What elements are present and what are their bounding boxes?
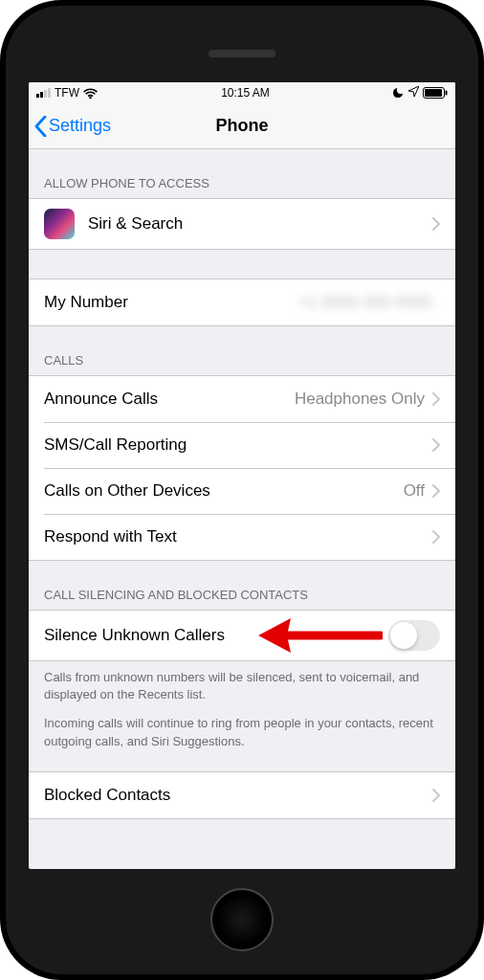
silence-unknown-toggle[interactable] xyxy=(388,620,440,651)
sms-reporting-label: SMS/Call Reporting xyxy=(44,435,432,455)
content: ALLOW PHONE TO ACCESS Siri & Search My N… xyxy=(29,149,455,819)
svg-rect-1 xyxy=(425,89,442,97)
cell-my-number[interactable]: My Number +1 (555) 555-5555 xyxy=(29,279,455,325)
status-time: 10:15 AM xyxy=(221,86,270,100)
chevron-left-icon xyxy=(34,116,47,137)
home-button[interactable] xyxy=(210,888,274,951)
cell-siri-search[interactable]: Siri & Search xyxy=(29,199,455,249)
section-header-silencing: CALL SILENCING AND BLOCKED CONTACTS xyxy=(29,561,455,610)
other-devices-value: Off xyxy=(404,481,425,501)
cell-respond-with-text[interactable]: Respond with Text xyxy=(29,514,455,560)
svg-rect-2 xyxy=(445,91,447,96)
nav-bar: Settings Phone xyxy=(29,103,455,149)
chevron-right-icon xyxy=(432,392,440,406)
group-mynumber: My Number +1 (555) 555-5555 xyxy=(29,278,455,326)
screen: TFW 10:15 AM xyxy=(29,82,455,869)
chevron-right-icon xyxy=(432,484,440,498)
carrier-label: TFW xyxy=(55,86,79,100)
signal-strength-icon xyxy=(36,88,51,98)
back-button[interactable]: Settings xyxy=(34,116,111,137)
cell-sms-call-reporting[interactable]: SMS/Call Reporting xyxy=(29,422,455,468)
silence-unknown-label: Silence Unknown Callers xyxy=(44,626,388,645)
do-not-disturb-icon xyxy=(393,86,405,100)
siri-label: Siri & Search xyxy=(88,214,432,234)
wifi-icon xyxy=(83,88,98,99)
respond-text-label: Respond with Text xyxy=(44,527,432,546)
group-access: Siri & Search xyxy=(29,198,455,250)
group-blocked: Blocked Contacts xyxy=(29,771,455,819)
chevron-right-icon xyxy=(432,789,440,802)
group-silencing: Silence Unknown Callers xyxy=(29,610,455,661)
silencing-footer-1: Calls from unknown numbers will be silen… xyxy=(29,661,455,711)
battery-icon xyxy=(423,87,448,99)
cell-announce-calls[interactable]: Announce Calls Headphones Only xyxy=(29,376,455,422)
announce-calls-value: Headphones Only xyxy=(295,390,425,409)
section-header-access: ALLOW PHONE TO ACCESS xyxy=(29,149,455,198)
siri-icon xyxy=(44,209,75,239)
other-devices-label: Calls on Other Devices xyxy=(44,481,404,501)
toggle-knob xyxy=(390,622,417,649)
my-number-value: +1 (555) 555-5555 xyxy=(298,293,432,312)
location-icon xyxy=(408,86,419,100)
announce-calls-label: Announce Calls xyxy=(44,390,295,409)
cell-blocked-contacts[interactable]: Blocked Contacts xyxy=(29,772,455,818)
status-right xyxy=(393,86,448,100)
device-speaker xyxy=(209,50,275,57)
chevron-right-icon xyxy=(432,217,440,231)
back-label: Settings xyxy=(49,116,111,136)
chevron-right-icon xyxy=(432,438,440,452)
status-left: TFW xyxy=(36,86,98,100)
chevron-right-icon xyxy=(432,530,440,544)
cell-silence-unknown-callers: Silence Unknown Callers xyxy=(29,611,455,660)
group-calls: Announce Calls Headphones Only SMS/Call … xyxy=(29,375,455,561)
page-title: Phone xyxy=(215,116,268,136)
blocked-contacts-label: Blocked Contacts xyxy=(44,786,432,805)
section-header-calls: CALLS xyxy=(29,326,455,375)
my-number-label: My Number xyxy=(44,293,298,312)
cell-calls-other-devices[interactable]: Calls on Other Devices Off xyxy=(29,468,455,514)
status-bar: TFW 10:15 AM xyxy=(29,82,455,103)
silencing-footer-2: Incoming calls will continue to ring fro… xyxy=(29,711,455,757)
device-frame: TFW 10:15 AM xyxy=(0,0,484,980)
device-bezel: TFW 10:15 AM xyxy=(6,6,478,974)
